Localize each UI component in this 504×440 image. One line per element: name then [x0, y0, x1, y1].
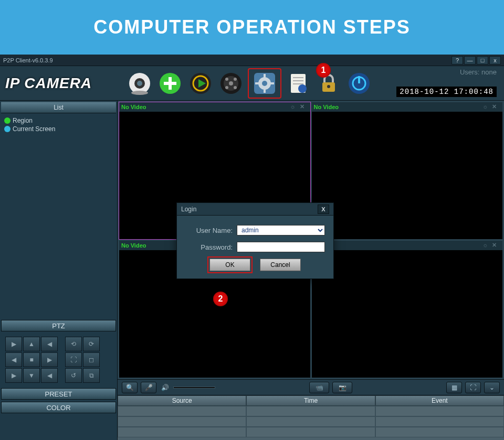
col-time[interactable]: Time [246, 395, 375, 406]
record-btn[interactable]: 📹 [309, 382, 329, 393]
fullscreen-icon[interactable]: ⛶ [465, 382, 481, 393]
app-title: P2P Client-v6.0.3.9 [3, 57, 53, 63]
maximize-button[interactable]: □ [477, 56, 488, 65]
svg-point-16 [229, 81, 233, 85]
video-pane-4[interactable]: Video☼✕ [311, 240, 503, 378]
datetime-display: 2018-10-12 17:00:48 [396, 87, 497, 97]
login-title: Login [181, 206, 196, 213]
ptz-aux-pad: ⟲ ⟳ ⛶ ◻ ↺ ⧉ [65, 337, 100, 383]
ptz-rotate-cw-btn[interactable]: ⟳ [83, 337, 100, 351]
col-source[interactable]: Source [118, 395, 246, 406]
username-label: User Name: [185, 227, 233, 234]
globe-icon [4, 117, 10, 124]
login-close-button[interactable]: X [318, 205, 329, 214]
list-header[interactable]: List [1, 102, 116, 113]
ptz-panel: ▶ ▲ ◀ ◀ ■ ▶ ▶ ▼ ◀ ⟲ ⟳ ⛶ ◻ ↺ ⧉ [0, 332, 117, 387]
svg-point-30 [327, 85, 330, 88]
device-tree: Region Current Screen [0, 114, 117, 319]
app-logo: IP CAMERA [5, 75, 110, 92]
mic-icon[interactable]: 🎤 [141, 382, 156, 393]
svg-point-14 [225, 86, 228, 89]
zoom-icon[interactable]: 🔍 [122, 382, 138, 393]
record-icon[interactable] [217, 70, 245, 97]
close-pane-icon[interactable]: ✕ [300, 103, 308, 111]
tree-item-label: Current Screen [13, 125, 55, 133]
video-pane-2[interactable]: No Video☼✕ [311, 102, 503, 240]
svg-rect-27 [293, 83, 303, 84]
sidebar: List Region Current Screen PTZ ▶ ▲ ◀ ◀ [0, 101, 118, 440]
svg-point-19 [262, 81, 267, 86]
event-table: Source Time Event [118, 395, 504, 440]
power-icon[interactable] [345, 70, 373, 97]
ptz-left2-btn[interactable]: ◀ [5, 352, 22, 367]
minimize-button[interactable]: — [464, 56, 476, 65]
ptz-direction-pad: ▶ ▲ ◀ ◀ ■ ▶ ▶ ▼ ◀ [5, 337, 58, 383]
camera-icon[interactable] [126, 70, 153, 97]
ptz-down-btn[interactable]: ▼ [23, 368, 40, 383]
pane-label: No Video [314, 104, 339, 110]
titlebar: P2P Client-v6.0.3.9 ? — □ x [0, 55, 504, 66]
ptz-reset-btn[interactable]: ↺ [65, 368, 82, 383]
ptz-up-btn[interactable]: ▲ [23, 337, 40, 351]
step-badge-1: 1 [316, 63, 331, 78]
table-row [118, 406, 504, 416]
svg-point-15 [234, 86, 237, 89]
svg-rect-20 [264, 74, 266, 78]
help-button[interactable]: ? [452, 56, 463, 65]
svg-rect-26 [293, 80, 303, 81]
col-event[interactable]: Event [375, 395, 504, 406]
preset-tab[interactable]: PRESET [1, 388, 116, 400]
layout-grid-icon[interactable]: ▦ [446, 382, 462, 393]
ptz-group-btn[interactable]: ⧉ [83, 368, 100, 383]
login-dialog: Login X User Name: admin Password: OK Ca… [176, 202, 334, 279]
ptz-stop-btn[interactable]: ■ [23, 352, 40, 367]
volume-slider[interactable] [173, 387, 215, 389]
close-pane-icon[interactable]: ✕ [492, 103, 500, 111]
collapse-icon[interactable]: ⌄ [484, 382, 500, 393]
color-tab[interactable]: COLOR [1, 402, 116, 413]
light-icon[interactable]: ☼ [290, 103, 299, 111]
table-row [118, 427, 504, 437]
settings-icon[interactable] [248, 68, 281, 99]
svg-rect-25 [293, 77, 303, 78]
page-banner: COMPUTER OPERATION STEPS [0, 0, 504, 55]
svg-point-28 [298, 84, 307, 93]
ptz-left-btn[interactable]: ◀ [41, 337, 58, 351]
speaker-icon[interactable]: 🔊 [160, 382, 170, 393]
tree-item-current-screen[interactable]: Current Screen [4, 125, 113, 133]
svg-rect-21 [264, 89, 266, 93]
ok-button[interactable]: OK [209, 259, 250, 271]
light-icon[interactable]: ☼ [482, 103, 491, 111]
snapshot-btn[interactable]: 📷 [332, 382, 352, 393]
cancel-button[interactable]: Cancel [260, 259, 301, 271]
tree-item-region[interactable]: Region [4, 116, 113, 125]
ptz-rotate-ccw-btn[interactable]: ⟲ [65, 337, 82, 351]
ptz-right3-btn[interactable]: ▶ [5, 368, 22, 383]
password-label: Password: [185, 243, 233, 251]
close-pane-icon[interactable]: ✕ [492, 242, 500, 249]
ptz-inner-btn[interactable]: ◻ [83, 352, 100, 367]
svg-rect-23 [270, 82, 274, 84]
svg-rect-6 [164, 82, 176, 85]
light-icon[interactable]: ☼ [482, 242, 491, 249]
tree-item-label: Region [13, 117, 33, 124]
users-label: Users: none [460, 68, 497, 76]
password-input[interactable] [237, 242, 325, 252]
close-button[interactable]: x [489, 56, 501, 65]
banner-title: COMPUTER OPERATION STEPS [93, 16, 410, 38]
top-toolbar: IP CAMERA [0, 66, 504, 101]
ptz-right2-btn[interactable]: ▶ [41, 352, 58, 367]
log-icon[interactable] [285, 70, 312, 97]
table-row [118, 416, 504, 427]
svg-rect-22 [255, 82, 259, 84]
ptz-right-btn[interactable]: ▶ [5, 337, 22, 351]
pane-label: No Video [121, 104, 146, 110]
ptz-expand-btn[interactable]: ⛶ [65, 352, 82, 367]
svg-point-3 [131, 91, 148, 95]
ptz-left3-btn[interactable]: ◀ [41, 368, 58, 383]
play-icon[interactable] [187, 70, 214, 97]
username-select[interactable]: admin [237, 225, 325, 235]
add-icon[interactable] [156, 70, 184, 97]
svg-point-12 [225, 78, 228, 81]
ptz-header[interactable]: PTZ [1, 320, 116, 331]
